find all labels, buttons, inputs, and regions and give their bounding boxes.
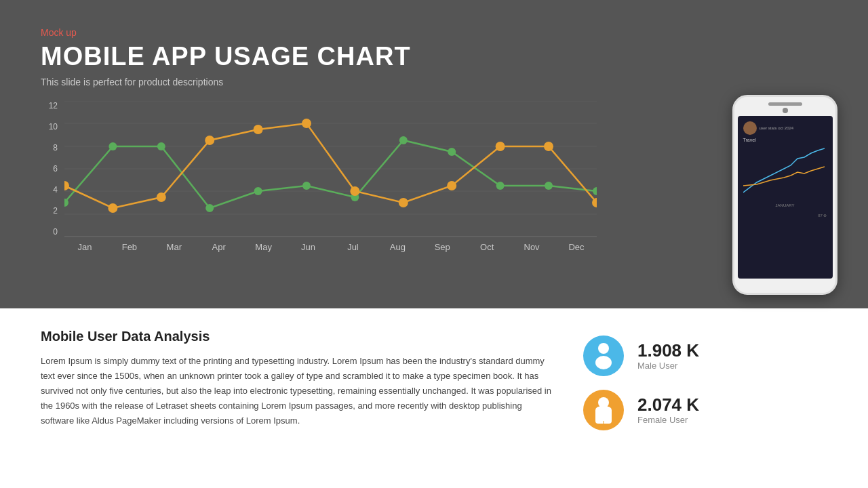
orange-dot-jan <box>64 181 69 190</box>
left-content: Mobile User Data Analysis Lorem Ipsum is… <box>41 329 556 428</box>
male-stat-info: 1.908 K Male User <box>637 341 699 371</box>
analysis-text: Lorem Ipsum is simply dummy text of the … <box>41 354 556 428</box>
green-dot-apr <box>205 204 214 212</box>
y-label-6: 6 <box>41 164 58 174</box>
orange-line <box>64 123 597 208</box>
orange-dot-nov <box>544 142 553 151</box>
green-dot-dec <box>593 187 597 195</box>
x-label-nov: Nov <box>511 242 552 252</box>
x-label-may: May <box>243 242 284 252</box>
orange-dot-jun <box>302 119 311 128</box>
y-label-0: 0 <box>41 227 58 237</box>
male-stat-row: 1.908 K Male User <box>583 336 773 376</box>
female-stat-label: Female User <box>637 415 699 425</box>
orange-dot-apr <box>205 136 214 145</box>
green-dot-may <box>254 187 262 195</box>
green-dot-nov <box>545 182 553 190</box>
phone-footer: 87 ⊕ <box>743 213 827 218</box>
svg-point-8 <box>595 356 612 369</box>
orange-dot-feb <box>108 203 117 213</box>
x-label-jun: Jun <box>288 242 329 252</box>
male-stat-value: 1.908 K <box>637 341 699 361</box>
y-label-8: 8 <box>41 143 58 152</box>
x-label-jan: Jan <box>64 242 105 252</box>
y-label-4: 4 <box>41 185 58 195</box>
phone-avatar <box>743 121 757 135</box>
orange-dot-sep <box>447 181 456 190</box>
mock-up-label: Mock up <box>41 27 827 38</box>
x-label-feb: Feb <box>109 242 150 252</box>
chart-area: 0 2 4 6 8 10 12 <box>41 101 610 277</box>
phone-camera <box>783 108 788 113</box>
phone-speaker <box>768 102 802 106</box>
male-icon-circle <box>583 336 624 376</box>
phone-chart-label: Travel <box>743 138 827 142</box>
phone-screen: user stats oct 2024 Travel JANUARY 87 ⊕ <box>738 116 833 279</box>
main-title: MOBILE APP USAGE CHART <box>41 42 827 71</box>
svg-point-7 <box>598 343 609 354</box>
x-label-jul: Jul <box>332 242 373 252</box>
phone-mockup: user stats oct 2024 Travel JANUARY 87 ⊕ <box>732 95 841 298</box>
orange-dot-dec <box>592 198 597 207</box>
phone-header-text: user stats oct 2024 <box>760 126 794 130</box>
bottom-section: Mobile User Data Analysis Lorem Ipsum is… <box>0 308 868 488</box>
x-label-mar: Mar <box>154 242 195 252</box>
right-stats: 1.908 K Male User 2.074 K Female User <box>583 329 773 430</box>
female-stat-row: 2.074 K Female User <box>583 390 773 430</box>
x-label-dec: Dec <box>556 242 597 252</box>
phone-chart-svg <box>743 145 825 199</box>
x-label-apr: Apr <box>199 242 239 252</box>
phone-outer: user stats oct 2024 Travel JANUARY 87 ⊕ <box>732 95 837 295</box>
female-person-icon <box>593 396 614 424</box>
subtitle: This slide is perfect for product descri… <box>41 77 827 87</box>
green-dot-aug <box>399 136 408 144</box>
orange-dot-mar <box>157 192 166 202</box>
orange-dot-oct <box>496 142 505 151</box>
male-stat-label: Male User <box>637 361 699 371</box>
green-line <box>64 140 597 208</box>
female-icon-circle <box>583 390 624 430</box>
x-axis: Jan Feb Mar Apr May Jun Jul Aug Sep Oct … <box>64 242 597 252</box>
x-label-sep: Sep <box>422 242 462 252</box>
y-label-2: 2 <box>41 206 58 216</box>
green-dot-sep <box>448 148 456 156</box>
y-label-10: 10 <box>41 122 58 131</box>
orange-dot-aug <box>399 198 408 207</box>
x-label-oct: Oct <box>467 242 507 252</box>
female-stat-value: 2.074 K <box>637 395 699 415</box>
phone-month-label: JANUARY <box>743 203 827 207</box>
green-dot-oct <box>496 182 505 190</box>
female-stat-info: 2.074 K Female User <box>637 395 699 425</box>
x-label-aug: Aug <box>377 242 418 252</box>
orange-dot-jul <box>350 186 359 196</box>
y-label-12: 12 <box>41 101 58 110</box>
top-section: Mock up MOBILE APP USAGE CHART This slid… <box>0 0 868 308</box>
chart-svg <box>64 101 597 250</box>
orange-dot-may <box>254 125 263 134</box>
green-dot-feb <box>108 142 117 150</box>
green-dot-jun <box>302 182 311 190</box>
green-dot-mar <box>157 142 165 150</box>
male-person-icon <box>593 342 614 369</box>
analysis-title: Mobile User Data Analysis <box>41 329 556 344</box>
